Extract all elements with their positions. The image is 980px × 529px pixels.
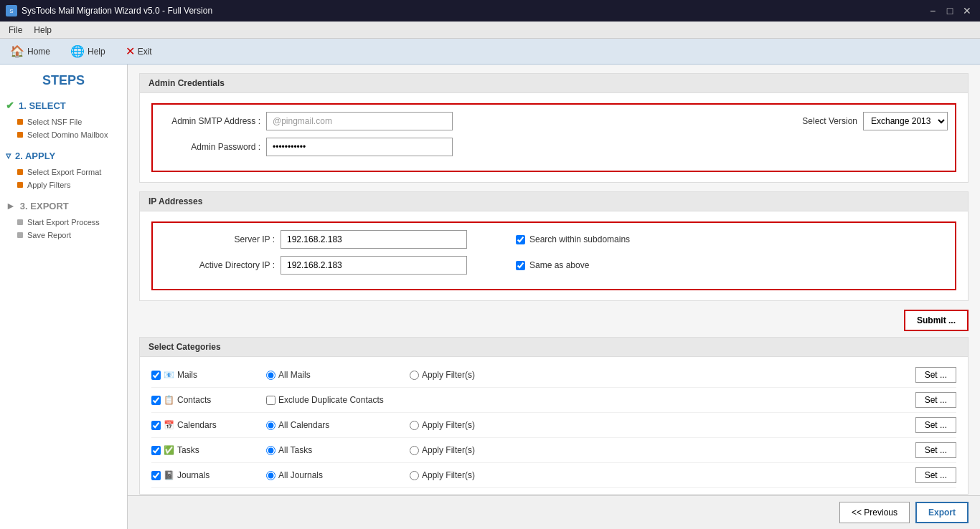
ip-addresses-red-box: Server IP : Search within subdomains Act… — [151, 221, 956, 290]
export-button[interactable]: Export — [915, 502, 969, 523]
password-row: Admin Password : — [160, 138, 948, 156]
step-dot-5 — [17, 219, 23, 225]
step-3-arrow-icon: ► — [6, 200, 16, 211]
step-dot-1 — [17, 119, 23, 125]
category-row-calendars: 📅 Calendars All Calendars Apply Filter(s… — [151, 413, 956, 438]
nav-home-label: Home — [27, 47, 50, 57]
exclude-duplicates-checkbox[interactable] — [266, 396, 275, 405]
mails-filter-label: Apply Filter(s) — [422, 370, 475, 380]
calendars-all-label: All Calendars — [278, 420, 329, 430]
step-1-check-icon: ✔ — [6, 100, 14, 111]
journals-icon: 📓 — [164, 470, 174, 480]
smtp-label: Admin SMTP Address : — [160, 116, 260, 126]
maximize-button[interactable]: □ — [943, 4, 957, 18]
nav-home[interactable]: 🏠 Home — [6, 43, 55, 59]
menu-help[interactable]: Help — [28, 24, 57, 37]
step-2-label: 2. APPLY — [15, 151, 55, 161]
tasks-checkbox[interactable] — [151, 446, 161, 455]
sidebar-item-apply-filters[interactable]: Apply Filters — [6, 178, 121, 191]
sidebar-item-export-format[interactable]: Select Export Format — [6, 166, 121, 178]
bottom-bar: << Previous Export — [128, 495, 980, 529]
version-select[interactable]: Exchange 2007 Exchange 2010 Exchange 201… — [863, 112, 948, 130]
admin-credentials-header: Admin Credentials — [140, 74, 968, 93]
password-label: Admin Password : — [160, 142, 260, 152]
contacts-checkbox[interactable] — [151, 396, 161, 405]
mails-set-button[interactable]: Set ... — [915, 367, 956, 383]
journals-checkbox[interactable] — [151, 471, 161, 480]
contacts-icon: 📋 — [164, 395, 174, 405]
mails-checkbox[interactable] — [151, 371, 161, 380]
submit-button[interactable]: Submit ... — [904, 310, 969, 331]
journals-filter-group: Apply Filter(s) — [410, 470, 524, 480]
contacts-check-group: 📋 Contacts — [151, 395, 266, 405]
mails-filter-radio[interactable] — [410, 371, 419, 380]
sidebar-item-select-nsf[interactable]: Select NSF File — [6, 115, 121, 128]
active-dir-row: Active Directory IP : Same as above — [160, 256, 948, 275]
server-ip-input[interactable] — [281, 230, 467, 249]
contacts-option-group: Exclude Duplicate Contacts — [266, 395, 410, 405]
categories-header: Select Categories — [140, 338, 968, 357]
mails-icon: 📧 — [164, 370, 174, 380]
calendars-all-radio[interactable] — [266, 421, 275, 430]
active-dir-input[interactable] — [281, 256, 467, 275]
calendars-check-group: 📅 Calendars — [151, 420, 266, 430]
journals-check-group: 📓 Journals — [151, 470, 266, 480]
nav-bar: 🏠 Home 🌐 Help ✕ Exit — [0, 39, 980, 65]
nav-help-label: Help — [88, 47, 105, 57]
close-button[interactable]: ✕ — [960, 4, 974, 18]
calendars-radio-group: All Calendars — [266, 420, 410, 430]
password-input[interactable] — [266, 138, 453, 156]
step-dot-2 — [17, 132, 23, 138]
contacts-set-button[interactable]: Set ... — [915, 392, 956, 408]
tasks-all-radio[interactable] — [266, 446, 275, 455]
calendars-filter-label: Apply Filter(s) — [422, 420, 475, 430]
menu-bar: File Help — [0, 22, 980, 39]
exit-icon: ✕ — [126, 44, 135, 58]
mails-all-radio[interactable] — [266, 371, 275, 380]
previous-button[interactable]: << Previous — [839, 502, 910, 523]
mails-radio-group: All Mails — [266, 370, 410, 380]
same-as-above-checkbox[interactable] — [516, 261, 525, 270]
tasks-all-label: All Tasks — [278, 445, 312, 455]
tasks-set-button[interactable]: Set ... — [915, 442, 956, 458]
calendars-set-button[interactable]: Set ... — [915, 417, 956, 433]
version-group: Select Version Exchange 2007 Exchange 20… — [802, 112, 948, 130]
sidebar-item-save-report[interactable]: Save Report — [6, 229, 121, 242]
journals-all-label: All Journals — [278, 470, 323, 480]
nav-help[interactable]: 🌐 Help — [66, 43, 110, 59]
calendars-icon: 📅 — [164, 420, 174, 430]
journals-all-radio[interactable] — [266, 471, 275, 480]
mails-filter-group: Apply Filter(s) — [410, 370, 524, 380]
journals-set-button[interactable]: Set ... — [915, 467, 956, 483]
journals-filter-radio[interactable] — [410, 471, 419, 480]
same-as-above-group: Same as above — [516, 260, 589, 270]
sidebar-item-start-export[interactable]: Start Export Process — [6, 216, 121, 229]
tasks-filter-label: Apply Filter(s) — [422, 445, 475, 455]
step-2-section: ▿ 2. APPLY Select Export Format Apply Fi… — [6, 150, 121, 191]
nav-exit-label: Exit — [138, 47, 152, 57]
smtp-input[interactable] — [266, 112, 453, 130]
minimize-button[interactable]: − — [925, 4, 940, 18]
submit-area: Submit ... — [139, 310, 969, 331]
search-subdomains-group: Search within subdomains — [516, 234, 630, 244]
category-row-mails: 📧 Mails All Mails Apply Filter(s) — [151, 363, 956, 388]
journals-radio-group: All Journals — [266, 470, 410, 480]
mails-all-label: All Mails — [278, 370, 311, 380]
search-subdomains-checkbox[interactable] — [516, 235, 525, 244]
menu-file[interactable]: File — [3, 24, 28, 37]
calendars-checkbox[interactable] — [151, 421, 161, 430]
journals-filter-label: Apply Filter(s) — [422, 470, 475, 480]
calendars-label: Calendars — [177, 420, 217, 430]
step-1-label: 1. SELECT — [19, 100, 66, 111]
mails-check-group: 📧 Mails — [151, 370, 266, 380]
sidebar-item-select-domino[interactable]: Select Domino Mailbox — [6, 128, 121, 141]
tasks-filter-radio[interactable] — [410, 446, 419, 455]
calendars-filter-radio[interactable] — [410, 421, 419, 430]
sidebar-title: STEPS — [6, 73, 121, 88]
search-subdomains-label: Search within subdomains — [529, 234, 630, 244]
nav-exit[interactable]: ✕ Exit — [121, 43, 156, 59]
server-ip-row: Server IP : Search within subdomains — [160, 230, 948, 249]
smtp-row: Admin SMTP Address : Select Version Exch… — [160, 112, 948, 130]
app-icon: S — [6, 5, 17, 16]
tasks-label: Tasks — [177, 445, 199, 455]
